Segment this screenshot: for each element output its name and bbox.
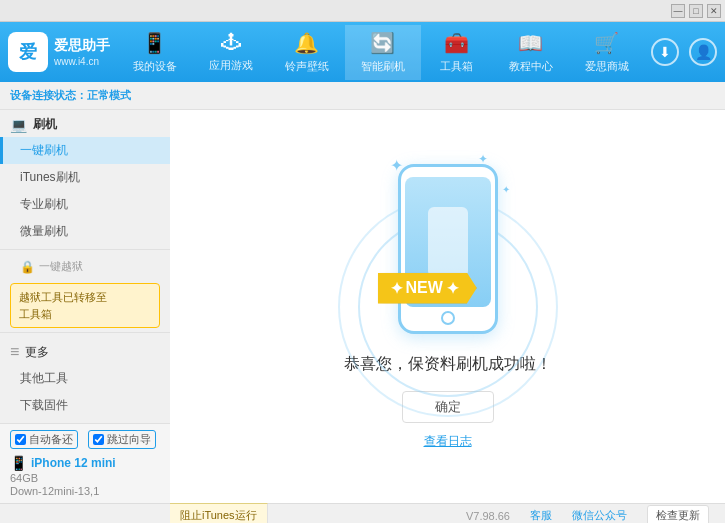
- sidebar-scroll: 💻 刷机 一键刷机 iTunes刷机 专业刷机 微量刷机 🔒 一键越狱 越狱工具…: [0, 110, 170, 423]
- content-area: ✦ ✦ ✦ ✦ NEW: [170, 110, 725, 503]
- nav-smart-flash-label: 智能刷机: [361, 59, 405, 74]
- jailbreak-label: 一键越狱: [39, 259, 83, 274]
- itunes-notice: 阻止iTunes运行: [180, 508, 257, 523]
- maximize-btn[interactable]: □: [689, 4, 703, 18]
- more-section-title: 更多: [25, 344, 49, 361]
- status-bar-bottom: 阻止iTunes运行 V7.98.66 客服 微信公众号 检查更新: [0, 503, 725, 523]
- download-btn[interactable]: ⬇: [651, 38, 679, 66]
- window-controls: — □ ✕: [671, 4, 721, 18]
- lock-icon: 🔒: [20, 260, 35, 274]
- title-bar: — □ ✕: [0, 0, 725, 22]
- nav-smart-flash[interactable]: 🔄 智能刷机: [345, 25, 421, 80]
- nav-mall-label: 爱思商城: [585, 59, 629, 74]
- new-badge: NEW: [406, 279, 443, 297]
- device-name: 📱 iPhone 12 mini: [10, 455, 160, 471]
- apps-games-icon: 🕹: [221, 31, 241, 54]
- nav-toolbox-label: 工具箱: [440, 59, 473, 74]
- phone-frame: [398, 164, 498, 334]
- sidebar-item-download-fw[interactable]: 下载固件: [0, 392, 170, 419]
- nav-mall[interactable]: 🛒 爱思商城: [569, 25, 645, 80]
- success-text: 恭喜您，保资料刷机成功啦！: [344, 354, 552, 375]
- logo-icon: 爱: [8, 32, 48, 72]
- device-name-text: iPhone 12 mini: [31, 456, 116, 470]
- toolbox-icon: 🧰: [444, 31, 469, 55]
- retry-link[interactable]: 查看日志: [424, 433, 472, 450]
- minimize-btn[interactable]: —: [671, 4, 685, 18]
- close-btn[interactable]: ✕: [707, 4, 721, 18]
- phone-illustration: ✦ ✦ ✦ ✦ NEW: [398, 164, 498, 334]
- sidebar-item-one-click-flash[interactable]: 一键刷机: [0, 137, 170, 164]
- nav-ringtones-label: 铃声壁纸: [285, 59, 329, 74]
- sidebar: 💻 刷机 一键刷机 iTunes刷机 专业刷机 微量刷机 🔒 一键越狱 越狱工具…: [0, 110, 170, 503]
- customer-service-link[interactable]: 客服: [530, 508, 552, 523]
- user-btn[interactable]: 👤: [689, 38, 717, 66]
- ringtones-icon: 🔔: [294, 31, 319, 55]
- status-value: 正常模式: [87, 89, 131, 101]
- sidebar-item-itunes-flash[interactable]: iTunes刷机: [0, 164, 170, 191]
- skip-wizard-checkbox[interactable]: 跳过向导: [88, 430, 156, 449]
- sparkle-r: ✦: [502, 184, 510, 195]
- phone-home-btn: [441, 311, 455, 325]
- nav-tutorials-label: 教程中心: [509, 59, 553, 74]
- device-icon: 📱: [10, 455, 27, 471]
- sidebar-item-jailbreak: 🔒 一键越狱: [0, 254, 170, 279]
- nav-toolbox[interactable]: 🧰 工具箱: [421, 25, 493, 80]
- check-update-btn[interactable]: 检查更新: [647, 505, 709, 523]
- sidebar-notice: 越狱工具已转移至工具箱: [10, 283, 160, 328]
- smart-flash-icon: 🔄: [370, 31, 395, 55]
- logo-sub: www.i4.cn: [54, 55, 110, 68]
- new-ribbon: ✦ NEW ✦: [378, 273, 477, 304]
- wechat-link[interactable]: 微信公众号: [572, 508, 627, 523]
- skip-wizard-label: 跳过向导: [107, 432, 151, 447]
- nav-my-device-label: 我的设备: [133, 59, 177, 74]
- nav-right: ⬇ 👤: [651, 38, 717, 66]
- svg-rect-0: [428, 207, 468, 277]
- flash-section: 💻 刷机 一键刷机 iTunes刷机 专业刷机 微量刷机: [0, 110, 170, 245]
- nav-bar: 爱 爱思助手 www.i4.cn 📱 我的设备 🕹 应用游戏 🔔 铃声壁纸 🔄 …: [0, 22, 725, 82]
- device-info: 📱 iPhone 12 mini 64GB Down-12mini-13,1: [10, 455, 160, 497]
- sidebar-divider-1: [0, 249, 170, 250]
- more-section: ≡ 更多 其他工具 下载固件 高级功能: [0, 337, 170, 423]
- skip-wizard-input[interactable]: [93, 434, 104, 445]
- device-capacity: 64GB: [10, 472, 160, 484]
- nav-ringtones[interactable]: 🔔 铃声壁纸: [269, 25, 345, 80]
- new-stars: ✦: [390, 279, 403, 298]
- sidebar-item-pro-flash[interactable]: 专业刷机: [0, 191, 170, 218]
- auto-backup-checkbox[interactable]: 自动备还: [10, 430, 78, 449]
- phone-inner-svg: [423, 202, 473, 282]
- more-section-icon: ≡: [10, 343, 19, 361]
- nav-apps-games-label: 应用游戏: [209, 58, 253, 73]
- version-label: V7.98.66: [466, 510, 510, 522]
- nav-items: 📱 我的设备 🕹 应用游戏 🔔 铃声壁纸 🔄 智能刷机 🧰 工具箱 📖 教程中心…: [110, 25, 651, 80]
- device-firmware: Down-12mini-13,1: [10, 485, 160, 497]
- auto-backup-label: 自动备还: [29, 432, 73, 447]
- checkbox-row: 自动备还 跳过向导: [10, 430, 160, 449]
- mall-icon: 🛒: [594, 31, 619, 55]
- logo-text: 爱思助手 www.i4.cn: [54, 36, 110, 67]
- flash-section-title: 刷机: [33, 116, 57, 133]
- device-area: 自动备还 跳过向导 📱 iPhone 12 mini 64GB Down-12m…: [0, 423, 170, 503]
- nav-my-device[interactable]: 📱 我的设备: [117, 25, 193, 80]
- more-section-header: ≡ 更多: [0, 337, 170, 365]
- sidebar-item-other-tools[interactable]: 其他工具: [0, 365, 170, 392]
- flash-section-header: 💻 刷机: [0, 110, 170, 137]
- new-stars-right: ✦: [446, 279, 459, 298]
- confirm-button[interactable]: 确定: [402, 391, 494, 423]
- nav-apps-games[interactable]: 🕹 应用游戏: [193, 25, 269, 80]
- sidebar-item-micro-flash[interactable]: 微量刷机: [0, 218, 170, 245]
- flash-section-icon: 💻: [10, 117, 27, 133]
- sidebar-divider-2: [0, 332, 170, 333]
- logo: 爱 爱思助手 www.i4.cn: [8, 32, 110, 72]
- auto-backup-input[interactable]: [15, 434, 26, 445]
- tutorials-icon: 📖: [518, 31, 543, 55]
- logo-main: 爱思助手: [54, 36, 110, 54]
- nav-tutorials[interactable]: 📖 教程中心: [493, 25, 569, 80]
- status-bar-top: 设备连接状态：正常模式: [0, 82, 725, 110]
- my-device-icon: 📱: [142, 31, 167, 55]
- status-prefix: 设备连接状态：: [10, 89, 87, 101]
